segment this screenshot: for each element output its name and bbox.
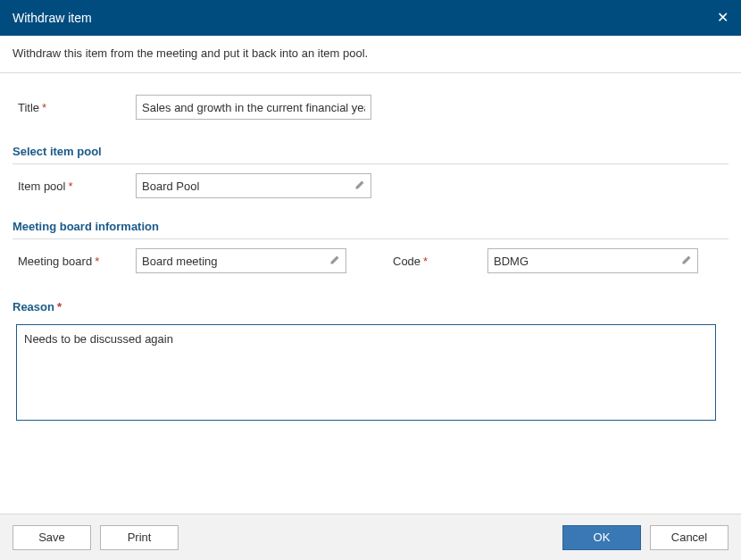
label-meeting-board: Meeting board* xyxy=(12,255,136,268)
section-reason: Reason* xyxy=(12,282,729,321)
edit-icon xyxy=(681,255,692,268)
item-pool-lookup[interactable]: Board Pool xyxy=(136,173,371,198)
label-meeting-board-text: Meeting board xyxy=(18,255,92,268)
meeting-board-value: Board meeting xyxy=(142,255,218,268)
label-item-pool: Item pool* xyxy=(12,180,136,193)
row-meeting-board: Meeting board* Board meeting Code* BDMG xyxy=(12,239,729,282)
reason-textarea[interactable] xyxy=(16,324,716,421)
required-marker: * xyxy=(95,255,99,268)
footer-left: Save Print xyxy=(12,525,179,550)
required-marker: * xyxy=(42,101,46,114)
instruction-text: Withdraw this item from the meeting and … xyxy=(0,36,741,73)
label-title-text: Title xyxy=(18,101,39,114)
title-input[interactable] xyxy=(136,95,371,120)
form-area: Title* Select item pool Item pool* Board… xyxy=(0,73,741,423)
dialog-footer: Save Print OK Cancel xyxy=(0,514,741,560)
code-value: BDMG xyxy=(494,255,529,268)
label-title: Title* xyxy=(12,101,136,114)
section-select-item-pool: Select item pool xyxy=(12,132,729,164)
ok-button[interactable]: OK xyxy=(562,525,641,550)
meeting-board-lookup[interactable]: Board meeting xyxy=(136,248,346,273)
edit-icon xyxy=(329,255,340,268)
required-marker: * xyxy=(423,255,428,268)
print-button[interactable]: Print xyxy=(100,525,179,550)
dialog-header: Withdraw item ✕ xyxy=(0,0,741,36)
code-lookup[interactable]: BDMG xyxy=(487,248,698,273)
close-icon[interactable]: ✕ xyxy=(717,11,729,25)
row-item-pool: Item pool* Board Pool xyxy=(12,164,729,207)
cancel-button[interactable]: Cancel xyxy=(650,525,729,550)
save-button[interactable]: Save xyxy=(12,525,91,550)
label-item-pool-text: Item pool xyxy=(18,180,65,193)
label-code-text: Code xyxy=(393,255,420,268)
footer-right: OK Cancel xyxy=(562,525,729,550)
required-marker: * xyxy=(57,300,62,313)
dialog-title: Withdraw item xyxy=(12,11,92,25)
pair-code: Code* BDMG xyxy=(380,248,698,273)
edit-icon xyxy=(354,180,365,193)
section-meeting-board-info: Meeting board information xyxy=(12,207,729,239)
section-reason-text: Reason xyxy=(12,300,54,313)
label-code: Code* xyxy=(380,255,487,268)
item-pool-value: Board Pool xyxy=(142,180,199,193)
row-title: Title* xyxy=(12,73,729,132)
required-marker: * xyxy=(68,180,72,193)
pair-meeting-board: Meeting board* Board meeting xyxy=(12,248,346,273)
